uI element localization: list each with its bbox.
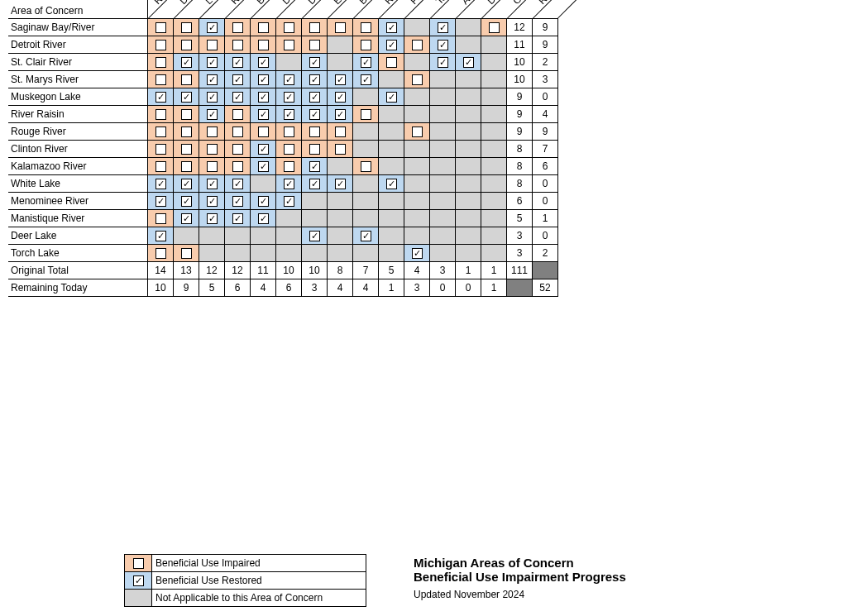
matrix-cell	[302, 245, 328, 262]
checkbox-checked-icon: ✓	[284, 179, 294, 189]
row-remaining-total: 0	[533, 88, 558, 106]
checkbox-empty-icon	[155, 127, 166, 137]
matrix-cell	[302, 210, 328, 227]
row-remaining-total: 9	[533, 123, 558, 141]
matrix-cell	[481, 106, 507, 123]
checkbox-checked-icon: ✓	[335, 179, 346, 189]
matrix-cell	[251, 245, 276, 262]
column-header: Remaining Today	[533, 0, 558, 19]
row-original-total: 10	[507, 71, 533, 88]
matrix-cell: ✓	[225, 71, 251, 88]
legend-swatch-impaired	[125, 555, 152, 572]
checkbox-empty-icon	[155, 144, 166, 155]
matrix-cell	[148, 19, 174, 36]
matrix: Area of ConcernRestrictions on Fish and …	[8, 0, 558, 297]
title-block: Michigan Areas of Concern Beneficial Use…	[414, 556, 626, 600]
matrix-cell	[148, 54, 174, 71]
matrix-cell	[353, 123, 379, 141]
matrix-cell: ✓	[302, 71, 328, 88]
col-original-total: 7	[353, 262, 379, 279]
checkbox-empty-icon	[155, 248, 166, 259]
col-remaining-total: 1	[481, 279, 507, 297]
checkbox-checked-icon: ✓	[438, 57, 448, 68]
matrix-cell	[353, 36, 379, 54]
column-header: Degradation of Phyto- or Zooplankton Pop…	[481, 0, 507, 19]
matrix-cell: ✓	[328, 106, 353, 123]
matrix-cell: ✓	[276, 106, 302, 123]
matrix-cell	[174, 19, 199, 36]
legend-label-na: Not Applicable to this Area of Concern	[152, 590, 366, 607]
matrix-cell	[174, 245, 199, 262]
row-label: Rouge River	[8, 123, 148, 141]
checkbox-empty-icon	[232, 127, 243, 137]
checkbox-empty-icon	[489, 22, 500, 33]
checkbox-checked-icon: ✓	[284, 74, 294, 85]
matrix-cell	[225, 245, 251, 262]
matrix-cell	[379, 54, 404, 71]
checkbox-empty-icon	[412, 127, 423, 137]
checkbox-checked-icon: ✓	[361, 231, 371, 241]
matrix-cell	[404, 123, 430, 141]
row-remaining-total: 9	[533, 36, 558, 54]
checkbox-empty-icon	[181, 127, 192, 137]
checkbox-empty-icon	[284, 40, 294, 50]
matrix-cell	[225, 19, 251, 36]
matrix-cell	[302, 141, 328, 158]
matrix-cell	[379, 141, 404, 158]
row-remaining-total: 0	[533, 175, 558, 193]
checkbox-checked-icon: ✓	[309, 161, 320, 172]
matrix-cell	[328, 141, 353, 158]
row-original-total: 9	[507, 88, 533, 106]
matrix-cell	[148, 141, 174, 158]
matrix-cell	[225, 141, 251, 158]
checkbox-checked-icon: ✓	[335, 109, 346, 120]
matrix-cell	[481, 36, 507, 54]
row-remaining-total: 6	[533, 158, 558, 175]
checkbox-checked-icon: ✓	[412, 248, 423, 259]
column-header: Degradation of Fish and Wildlife Populat…	[276, 0, 302, 19]
checkbox-checked-icon: ✓	[463, 57, 474, 68]
col-remaining-total: 0	[430, 279, 456, 297]
matrix-cell	[379, 123, 404, 141]
row-original-total: 9	[507, 106, 533, 123]
matrix-cell: ✓	[302, 158, 328, 175]
matrix-cell: ✓	[225, 193, 251, 210]
checkbox-empty-icon	[361, 40, 371, 50]
checkbox-empty-icon	[207, 161, 218, 172]
matrix-cell: ✓	[225, 88, 251, 106]
checkbox-checked-icon: ✓	[232, 179, 243, 189]
col-remaining-total: 1	[379, 279, 404, 297]
checkbox-empty-icon	[181, 109, 192, 120]
matrix-cell	[328, 54, 353, 71]
matrix-cell	[174, 227, 199, 245]
checkbox-checked-icon: ✓	[258, 213, 269, 224]
matrix-cell	[379, 227, 404, 245]
matrix-table: Area of ConcernRestrictions on Fish and …	[8, 0, 558, 297]
column-header: Original Total	[507, 0, 533, 19]
col-original-total: 8	[328, 262, 353, 279]
matrix-cell	[404, 141, 430, 158]
checkbox-empty-icon	[181, 40, 192, 50]
matrix-cell	[276, 210, 302, 227]
matrix-cell: ✓	[251, 193, 276, 210]
checkbox-checked-icon: ✓	[284, 109, 294, 120]
matrix-cell: ✓	[174, 54, 199, 71]
row-original-total: 8	[507, 141, 533, 158]
col-remaining-total: 10	[148, 279, 174, 297]
blank-cell	[533, 262, 558, 279]
col-remaining-total: 5	[199, 279, 225, 297]
checkbox-checked-icon: ✓	[258, 109, 269, 120]
checkbox-empty-icon	[155, 22, 166, 33]
col-remaining-total: 4	[328, 279, 353, 297]
checkbox-empty-icon	[155, 57, 166, 68]
matrix-cell	[225, 36, 251, 54]
checkbox-checked-icon: ✓	[155, 196, 166, 207]
col-original-total: 12	[199, 262, 225, 279]
matrix-cell	[353, 193, 379, 210]
matrix-cell	[456, 106, 481, 123]
matrix-cell	[481, 19, 507, 36]
matrix-cell: ✓	[379, 36, 404, 54]
checkbox-empty-icon	[155, 109, 166, 120]
grand-remaining-total: 52	[533, 279, 558, 297]
column-header: Restrictions on Drinking Water Consumpti…	[379, 0, 404, 19]
